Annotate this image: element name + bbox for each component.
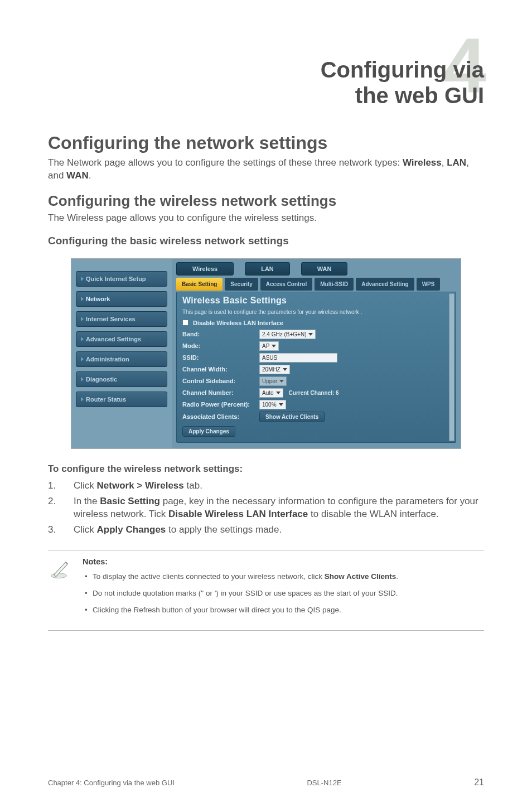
input-value: ASUS <box>262 355 277 361</box>
label-band: Band: <box>182 331 259 337</box>
note-1: To display the active clients connected … <box>83 572 481 582</box>
chevron-down-icon <box>279 380 284 383</box>
bold-wan: WAN <box>66 170 89 181</box>
router-ui-screenshot: Quick Internet Setup Network Internet Se… <box>71 258 461 449</box>
select-value: Upper <box>262 378 277 384</box>
label-channel-width: Channel Width: <box>182 366 259 373</box>
sidebar-label: Router Status <box>86 396 126 403</box>
text: tab. <box>184 480 202 491</box>
label-associated-clients: Associated Clients: <box>182 413 259 420</box>
current-channel-text: Current Channel: 6 <box>289 390 339 396</box>
subtab-wps[interactable]: WPS <box>417 278 441 291</box>
label-ssid: SSID: <box>182 354 259 361</box>
page-footer: Chapter 4: Configuring via the web GUI D… <box>48 777 484 787</box>
disable-wlan-label: Disable Wireless LAN Interface <box>193 320 283 326</box>
step-1: 1. Click Network > Wireless tab. <box>48 479 484 492</box>
chevron-down-icon <box>272 345 276 347</box>
subtab-multi-ssid[interactable]: Multi-SSID <box>315 278 354 291</box>
chevron-right-icon <box>81 397 84 402</box>
svg-point-0 <box>51 573 67 578</box>
subsection-paragraph: The Wireless page allows you to configur… <box>48 212 484 225</box>
notes-list: To display the active clients connected … <box>83 572 481 616</box>
subtab-access-control[interactable]: Access Control <box>260 278 312 291</box>
tab-lan[interactable]: LAN <box>245 262 290 276</box>
sidebar-item-quick-setup[interactable]: Quick Internet Setup <box>76 271 167 287</box>
row-channel-width: Channel Width: 20MHZ <box>182 365 450 374</box>
footer-page-number: 21 <box>474 777 484 787</box>
row-ssid: SSID: ASUS <box>182 353 450 363</box>
subtab-advanced-setting[interactable]: Advanced Setting <box>356 278 414 291</box>
sidebar-item-network[interactable]: Network <box>76 291 167 307</box>
text: Click <box>74 480 97 491</box>
text: In the <box>74 496 100 506</box>
bold-wireless: Wireless <box>403 157 442 168</box>
sidebar-label: Administration <box>86 356 129 363</box>
row-mode: Mode: AP <box>182 341 450 351</box>
input-ssid[interactable]: ASUS <box>259 353 337 363</box>
sidebar-item-router-status[interactable]: Router Status <box>76 392 167 407</box>
steps-lead: To configure the wireless network settin… <box>48 463 484 475</box>
row-associated-clients: Associated Clients: Show Active Clients <box>182 412 450 422</box>
router-ui-inner: Quick Internet Setup Network Internet Se… <box>71 259 461 448</box>
sidebar-item-internet-services[interactable]: Internet Services <box>76 311 167 327</box>
bold: Apply Changes <box>97 524 166 535</box>
disable-wlan-checkbox[interactable] <box>182 320 188 326</box>
bold: Show Active Clients <box>325 572 396 581</box>
text: to disable the WLAN interface. <box>308 509 438 519</box>
sidebar-item-diagnostic[interactable]: Diagnostic <box>76 371 167 387</box>
subtab-security[interactable]: Security <box>225 278 258 291</box>
select-mode[interactable]: AP <box>259 341 279 351</box>
text: The Network page allows you to configure… <box>48 157 403 168</box>
select-value: 20MHZ <box>262 366 280 373</box>
chevron-down-icon <box>283 368 287 371</box>
scrollbar[interactable] <box>449 293 454 441</box>
sidebar-label: Internet Services <box>86 316 136 322</box>
chevron-down-icon <box>308 333 313 336</box>
select-radio-power[interactable]: 100% <box>259 400 286 409</box>
select-control-sideband: Upper <box>259 376 287 386</box>
select-channel-number[interactable]: Auto <box>259 388 283 398</box>
select-band[interactable]: 2.4 GHz (B+G+N) <box>259 330 316 339</box>
step-number: 1. <box>48 479 56 492</box>
text: , <box>442 157 447 168</box>
chapter-title-line1: Configuring via <box>321 57 484 82</box>
tab-wan[interactable]: WAN <box>301 262 348 276</box>
section-paragraph: The Network page allows you to configure… <box>48 157 484 182</box>
bold: Basic Setting <box>100 496 160 506</box>
sidebar-item-advanced-settings[interactable]: Advanced Settings <box>76 331 167 347</box>
subtab-basic-setting[interactable]: Basic Setting <box>176 278 223 291</box>
step-number: 2. <box>48 495 56 508</box>
chevron-right-icon <box>81 377 84 381</box>
bold: Disable Wireless LAN Interface <box>168 509 308 519</box>
main-tabs: Wireless LAN WAN <box>176 262 456 276</box>
sidebar-label: Quick Internet Setup <box>86 276 146 282</box>
pen-icon <box>49 557 72 622</box>
label-channel-number: Channel Number: <box>182 389 259 396</box>
select-value: AP <box>262 343 269 349</box>
show-active-clients-button[interactable]: Show Active Clients <box>259 412 325 422</box>
text: . <box>89 170 91 181</box>
row-control-sideband: Control Sideband: Upper <box>182 376 450 386</box>
sidebar-item-administration[interactable]: Administration <box>76 351 167 367</box>
row-radio-power: Radio Power (Percent): 100% <box>182 400 450 409</box>
sub-tabs: Basic Setting Security Access Control Mu… <box>176 278 456 291</box>
disable-wlan-row: Disable Wireless LAN Interface <box>182 320 450 326</box>
sidebar-label: Diagnostic <box>86 376 117 383</box>
chevron-down-icon <box>279 403 283 406</box>
label-radio-power: Radio Power (Percent): <box>182 401 259 408</box>
row-band: Band: 2.4 GHz (B+G+N) <box>182 330 450 339</box>
chevron-right-icon <box>81 317 84 321</box>
tab-wireless[interactable]: Wireless <box>176 262 234 276</box>
step-number: 3. <box>48 523 56 537</box>
notes-title: Notes: <box>83 557 481 566</box>
select-value: 100% <box>262 402 277 408</box>
subsection-heading: Configuring the wireless network setting… <box>48 192 484 210</box>
apply-row: Apply Changes <box>182 426 450 437</box>
select-channel-width[interactable]: 20MHZ <box>259 365 290 374</box>
chapter-title: Configuring via the web GUI <box>48 57 484 108</box>
router-main: Wireless LAN WAN Basic Setting Security … <box>172 259 461 448</box>
section-heading: Configuring the network settings <box>48 133 484 153</box>
footer-left: Chapter 4: Configuring via the web GUI <box>48 779 175 787</box>
label-mode: Mode: <box>182 342 259 349</box>
apply-changes-button[interactable]: Apply Changes <box>182 426 235 437</box>
